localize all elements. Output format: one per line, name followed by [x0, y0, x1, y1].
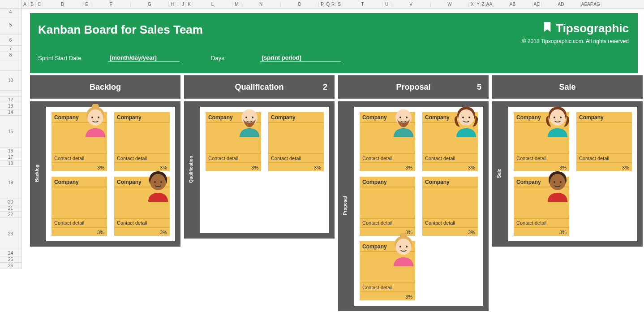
- kanban-card[interactable]: CompanyContact detail3%: [360, 241, 415, 300]
- cards-area[interactable]: CompanyContact detail3% CompanyContact d…: [354, 107, 483, 306]
- column-header-Q[interactable]: Q: [326, 2, 331, 7]
- sprint-period-input[interactable]: [sprint period]: [260, 54, 341, 62]
- row-header-6[interactable]: 6: [0, 35, 21, 46]
- column-header-B[interactable]: B: [29, 2, 36, 7]
- row-header-4[interactable]: 4: [0, 9, 21, 15]
- kanban-card[interactable]: CompanyContact detail3%: [514, 112, 569, 171]
- column-header-G[interactable]: G: [131, 2, 169, 7]
- column-header-A[interactable]: A: [21, 2, 29, 7]
- column-header-F[interactable]: F: [91, 2, 131, 7]
- column-header-V[interactable]: V: [391, 2, 431, 7]
- row-header-21[interactable]: 21: [0, 205, 21, 212]
- column-body: QualificationCompanyContact detail3% Com…: [184, 101, 335, 239]
- column-header-N[interactable]: N: [241, 2, 281, 7]
- column-header-sale: Sale: [492, 75, 643, 99]
- kanban-card[interactable]: CompanyContact detail3%: [206, 112, 261, 171]
- column-header-AG[interactable]: AG: [592, 2, 601, 7]
- column-header-O[interactable]: O: [281, 2, 319, 7]
- kanban-card[interactable]: CompanyContact detail3%: [268, 112, 324, 171]
- column-side-label: Sale: [497, 107, 503, 241]
- cards-area[interactable]: CompanyContact detail3% CompanyContact d…: [46, 107, 175, 241]
- kanban-column-sale: SaleSaleCompanyContact detail3% CompanyC…: [492, 75, 643, 311]
- row-header-26[interactable]: 26: [0, 263, 21, 269]
- row-header-22[interactable]: 22: [0, 212, 21, 218]
- card-percent: 3%: [314, 165, 321, 170]
- column-header-K[interactable]: K: [186, 2, 193, 7]
- svg-point-18: [399, 246, 401, 248]
- row-header-7[interactable]: 7: [0, 46, 21, 52]
- column-header-AA[interactable]: AA: [486, 2, 493, 7]
- kanban-card[interactable]: CompanyContact detail3%: [52, 112, 107, 171]
- column-count: 5: [477, 83, 481, 92]
- kanban-card[interactable]: CompanyContact detail3%: [114, 112, 170, 171]
- row-header-8[interactable]: 8: [0, 52, 21, 58]
- svg-point-5: [154, 181, 156, 183]
- card-contact: Contact detail: [422, 218, 478, 228]
- card-percent: 3%: [405, 294, 412, 300]
- column-header-X[interactable]: X: [469, 2, 476, 7]
- column-title: Sale: [559, 83, 575, 92]
- kanban-card[interactable]: CompanyContact detail3%: [576, 112, 632, 171]
- svg-point-24: [554, 181, 555, 183]
- row-header-blank[interactable]: [0, 91, 21, 97]
- column-header-M[interactable]: M: [232, 2, 241, 7]
- column-side-label: Proposal: [343, 107, 349, 306]
- kanban-card[interactable]: CompanyContact detail3%: [422, 112, 478, 171]
- column-count: 2: [323, 83, 327, 92]
- spreadsheet-grid[interactable]: Kanban Board for Sales Team Tipsographic…: [21, 9, 644, 269]
- sprint-start-input[interactable]: [month/day/year]: [108, 54, 180, 62]
- row-headers: 4567810121314151617181920212223242526: [0, 9, 21, 269]
- column-header-H[interactable]: H: [169, 2, 176, 7]
- row-header-24[interactable]: 24: [0, 250, 21, 256]
- row-header-15[interactable]: 15: [0, 116, 21, 148]
- sprint-start-label: Sprint Start Date: [38, 55, 81, 61]
- row-header-23[interactable]: 23: [0, 218, 21, 250]
- row-header-5[interactable]: 5: [0, 15, 21, 35]
- select-all-corner[interactable]: [0, 0, 21, 9]
- column-header-R[interactable]: R: [331, 2, 336, 7]
- card-contact: Contact detail: [360, 282, 415, 292]
- column-header-Z[interactable]: Z: [481, 2, 486, 7]
- row-header-19[interactable]: 19: [0, 167, 21, 199]
- card-contact: Contact detail: [360, 153, 415, 163]
- cards-area[interactable]: CompanyContact detail3% CompanyContact d…: [200, 107, 329, 233]
- kanban-card[interactable]: CompanyContact detail3%: [360, 177, 415, 236]
- row-header-17[interactable]: 17: [0, 154, 21, 161]
- svg-point-15: [468, 117, 470, 118]
- cards-area[interactable]: CompanyContact detail3% CompanyContact d…: [508, 107, 637, 241]
- column-header-P[interactable]: P: [319, 2, 326, 7]
- column-header-E[interactable]: E: [82, 2, 91, 7]
- row-header-12[interactable]: 12: [0, 97, 21, 103]
- row-header-18[interactable]: 18: [0, 161, 21, 167]
- row-header-20[interactable]: 20: [0, 199, 21, 205]
- kanban-card[interactable]: CompanyContact detail3%: [422, 177, 478, 236]
- column-header-S[interactable]: S: [336, 2, 343, 7]
- column-header-AD[interactable]: AD: [541, 2, 581, 7]
- column-header-AB[interactable]: AB: [493, 2, 532, 7]
- column-header-U[interactable]: U: [382, 2, 391, 7]
- column-header-AF[interactable]: AF: [588, 2, 592, 7]
- column-header-W[interactable]: W: [431, 2, 469, 7]
- column-title: Qualification: [235, 83, 283, 92]
- kanban-card[interactable]: CompanyContact detail3%: [360, 112, 415, 171]
- row-header-25[interactable]: 25: [0, 256, 21, 263]
- card-contact: Contact detail: [422, 153, 478, 163]
- column-header-T[interactable]: T: [343, 2, 382, 7]
- row-header-16[interactable]: 16: [0, 148, 21, 154]
- column-header-C[interactable]: C: [36, 2, 43, 7]
- row-header-13[interactable]: 13: [0, 103, 21, 109]
- kanban-card[interactable]: CompanyContact detail3%: [52, 177, 107, 236]
- column-header-AC[interactable]: AC: [532, 2, 541, 7]
- column-header-J[interactable]: J: [180, 2, 186, 7]
- column-header-Y[interactable]: Y: [476, 2, 481, 7]
- row-header-14[interactable]: 14: [0, 109, 21, 116]
- column-header-D[interactable]: D: [43, 2, 82, 7]
- row-header-10[interactable]: 10: [0, 71, 21, 91]
- kanban-card[interactable]: CompanyContact detail3%: [514, 177, 569, 236]
- kanban-card[interactable]: CompanyContact detail3%: [114, 177, 170, 236]
- page-title: Kanban Board for Sales Team: [38, 23, 203, 37]
- column-header-I[interactable]: I: [176, 2, 180, 7]
- column-header-L[interactable]: L: [193, 2, 232, 7]
- svg-point-9: [252, 117, 253, 118]
- row-header-blank[interactable]: [0, 58, 21, 71]
